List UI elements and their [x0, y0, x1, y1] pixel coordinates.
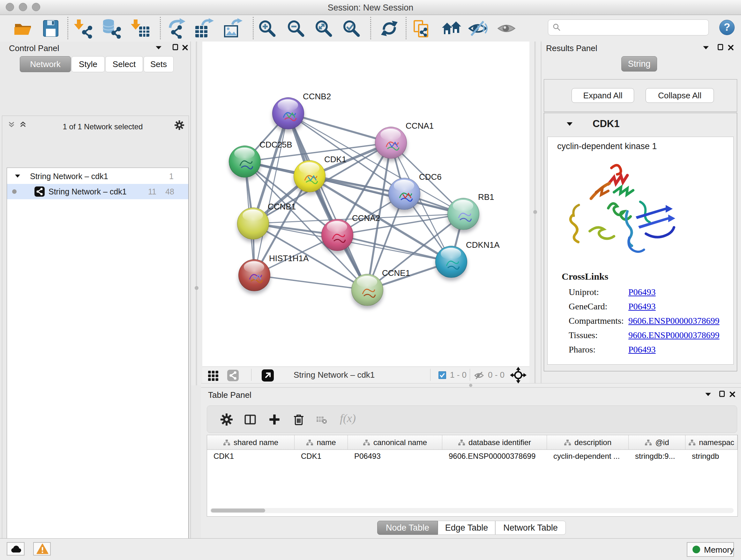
delete-column-icon[interactable]	[293, 414, 305, 426]
panel-collapse-icon[interactable]	[155, 44, 162, 51]
panel-collapse-icon[interactable]	[702, 44, 710, 51]
scrollbar-thumb[interactable]	[211, 509, 265, 512]
panel-maximize-icon[interactable]	[717, 44, 724, 51]
zoom-in-icon[interactable]	[257, 18, 277, 39]
column-header-shared-name[interactable]: shared name	[207, 435, 294, 450]
import-network-database-icon[interactable]	[102, 18, 122, 39]
right-splitter[interactable]	[529, 42, 541, 385]
tab-edge-table[interactable]: Edge Table	[438, 521, 495, 535]
open-session-icon[interactable]	[13, 18, 33, 39]
string-home-icon[interactable]	[441, 18, 462, 39]
hidden-items-eye-icon[interactable]	[474, 371, 484, 380]
zoom-fit-icon[interactable]	[313, 18, 334, 39]
protein-scribble	[454, 206, 473, 225]
panel-maximize-icon[interactable]	[172, 44, 179, 51]
function-builder-icon[interactable]: f(x)	[340, 412, 356, 425]
network-node-ccnb1[interactable]	[237, 207, 269, 240]
table-panel-title: Table Panel	[208, 390, 252, 400]
zoom-selected-icon[interactable]	[341, 18, 361, 39]
tab-style[interactable]: Style	[71, 56, 105, 72]
network-node-cdc6[interactable]	[388, 178, 420, 210]
network-node-cdk1[interactable]	[293, 160, 326, 192]
collapse-all-networks-icon[interactable]	[19, 121, 26, 128]
copy-style-icon[interactable]	[411, 18, 431, 39]
network-node-ccna2[interactable]	[321, 219, 353, 251]
tab-network-table[interactable]: Network Table	[495, 521, 566, 535]
expand-all-button[interactable]: Expand All	[571, 88, 634, 103]
left-splitter[interactable]	[191, 42, 202, 385]
entry-collapse-icon[interactable]	[566, 121, 573, 126]
column-header-description[interactable]: description	[547, 435, 629, 450]
panel-collapse-icon[interactable]	[704, 391, 712, 398]
network-node-ccnb2[interactable]	[272, 98, 304, 129]
tab-sets[interactable]: Sets	[144, 56, 174, 72]
column-header-namespac[interactable]: namespac	[685, 435, 738, 450]
create-column-icon[interactable]	[268, 414, 280, 426]
tab-select[interactable]: Select	[105, 56, 143, 72]
export-table-icon[interactable]	[194, 18, 214, 39]
search-icon	[553, 23, 561, 32]
network-canvas[interactable]: CCNB2CCNA1CDC25BCDK1CDC6RB1CCNB1CCNA2CDK…	[202, 42, 529, 367]
help-button[interactable]: ?	[719, 20, 735, 35]
table-options-gear-icon[interactable]	[220, 414, 232, 426]
network-node-cdkn1a[interactable]	[435, 246, 467, 278]
zoom-out-icon[interactable]	[286, 18, 306, 39]
splitter-handle[interactable]	[469, 384, 472, 387]
crosslink-link[interactable]: 9606.ENSP00000378699	[628, 330, 719, 340]
tab-network[interactable]: Network	[20, 56, 71, 72]
expand-all-networks-icon[interactable]	[8, 121, 15, 128]
warnings-button[interactable]	[33, 542, 51, 556]
show-graphics-details-icon[interactable]	[496, 18, 517, 39]
horizontal-scrollbar[interactable]	[210, 508, 734, 513]
memory-button[interactable]: Memory	[687, 542, 734, 557]
network-node-hist1h1a[interactable]	[239, 259, 270, 291]
crosslink-link[interactable]: P06493	[628, 301, 656, 312]
search-input[interactable]	[565, 22, 703, 33]
panel-close-icon[interactable]	[729, 391, 736, 398]
import-network-file-icon[interactable]	[73, 18, 94, 39]
export-image-icon[interactable]	[223, 18, 243, 39]
tab-node-table[interactable]: Node Table	[377, 521, 438, 535]
hide-unhide-graphics-icon[interactable]	[468, 18, 488, 39]
network-node-rb1[interactable]	[448, 198, 479, 230]
network-node-cdc25b[interactable]	[229, 145, 261, 178]
crosslink-link[interactable]: P06493	[628, 287, 656, 297]
results-tab-string[interactable]: String	[621, 56, 657, 71]
panel-close-icon[interactable]	[727, 44, 734, 51]
splitter-handle[interactable]	[195, 286, 199, 290]
show-columns-icon[interactable]	[244, 414, 256, 426]
network-list-options-gear-icon[interactable]	[175, 120, 184, 130]
cloud-status-button[interactable]	[7, 542, 24, 556]
node-table: shared namenamecanonical namedatabase id…	[207, 435, 738, 516]
table-row[interactable]: CDK1CDK1P064939606.ENSP00000378699cyclin…	[207, 450, 738, 462]
grid-view-icon[interactable]	[207, 370, 218, 381]
network-row-selected[interactable]: String Network – cdk1 11 48	[7, 184, 188, 199]
collapse-all-button[interactable]: Collapse All	[646, 88, 714, 103]
column-header-name[interactable]: name	[294, 435, 348, 450]
column-header--id[interactable]: @id	[629, 435, 685, 450]
refresh-icon[interactable]	[379, 18, 400, 39]
tree-expander-icon[interactable]	[15, 174, 20, 178]
selected-checkbox-icon[interactable]	[439, 371, 446, 379]
network-collection-row[interactable]: String Network – cdk1 1	[7, 169, 188, 184]
crosslink-link[interactable]: 9606.ENSP00000378699	[628, 316, 719, 326]
clear-table-icon[interactable]	[316, 415, 327, 424]
bottom-splitter[interactable]	[201, 383, 741, 388]
node-label-ccnb2: CCNB2	[303, 91, 331, 102]
column-header-database-identifier[interactable]: database identifier	[442, 435, 547, 450]
network-node-count: 11	[148, 187, 156, 196]
save-session-icon[interactable]	[41, 18, 61, 39]
crosslink-link[interactable]: P06493	[628, 345, 656, 355]
splitter-handle[interactable]	[533, 210, 537, 214]
open-in-browser-icon[interactable]	[262, 369, 274, 381]
column-header-canonical-name[interactable]: canonical name	[348, 435, 442, 450]
string-badge-icon[interactable]	[227, 370, 239, 381]
export-network-icon[interactable]	[167, 18, 187, 39]
panel-maximize-icon[interactable]	[719, 390, 726, 397]
network-node-ccna1[interactable]	[375, 127, 407, 159]
strip-separator	[470, 369, 470, 381]
import-table-file-icon[interactable]	[130, 18, 151, 39]
birdseye-navigator-icon[interactable]	[510, 367, 527, 383]
panel-close-icon[interactable]	[182, 44, 189, 51]
network-node-ccne1[interactable]	[351, 274, 383, 306]
